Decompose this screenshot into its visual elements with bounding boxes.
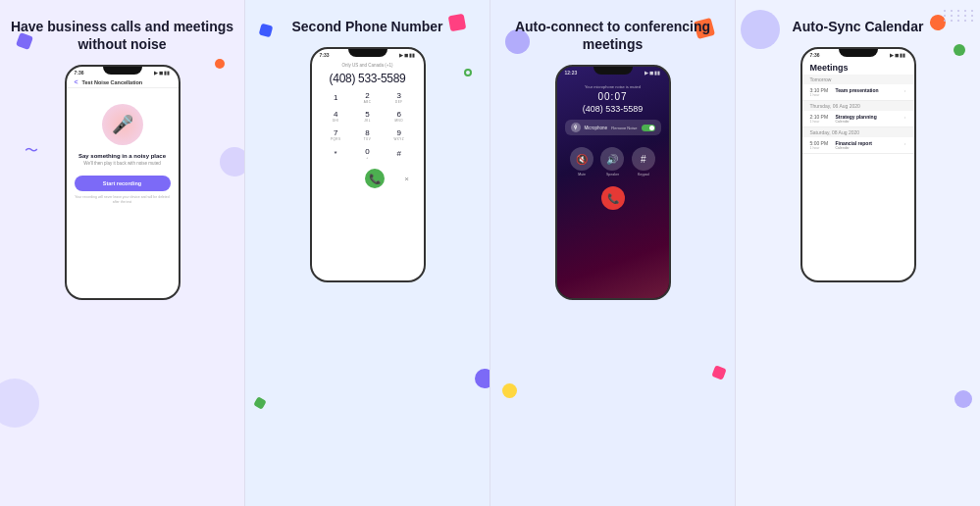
phone-4-icons: ▶ ◼ ▮▮ (890, 52, 906, 58)
phone-1-mic-area: 🎤 (67, 88, 179, 153)
phone-1-time: 7:36 (75, 70, 84, 76)
p3-mic-icon: 🎙 (571, 123, 581, 132)
meeting-info-1: Team presentation (836, 87, 901, 93)
p2-number: (408) 533-5589 (312, 70, 424, 87)
meeting-time-2: 2:10 PM 1 hour (810, 114, 832, 124)
phone-3-notch (593, 67, 633, 75)
p3-keypad-label: Keypad (638, 173, 649, 177)
dial-0[interactable]: 0+ (353, 146, 382, 162)
panel-auto-connect: Auto-connect to conferencing meetings 12… (490, 0, 736, 506)
meeting-team-presentation: 3:10 PM 1 hour Team presentation › (802, 84, 914, 101)
phone-1-header: < Test Noise Cancellation (67, 76, 179, 88)
p2-subtitle: Only US and Canada (+1) (312, 59, 424, 70)
deco-wave: 〜 (25, 142, 38, 160)
deco-circle-p4-tl (741, 10, 780, 49)
dial-actions: 📞 × (312, 165, 424, 190)
p3-speaker-btn[interactable]: 🔊 Speaker (600, 147, 624, 177)
section-saturday: Saturday, 08 Aug 2020 (802, 127, 914, 137)
panel-2-title: Second Phone Number (291, 18, 442, 35)
chevron-1: › (904, 87, 906, 93)
phone-4-time: 7:36 (810, 52, 820, 58)
dial-9[interactable]: 9WXYZ (385, 127, 413, 143)
back-icon: < (75, 78, 78, 85)
panel-auto-sync: Auto-Sync Calendar 7:36 ▶ ◼ ▮▮ Meetings … (736, 0, 980, 506)
dial-2[interactable]: 2ABC (353, 90, 382, 106)
section-tomorrow: Tomorrow (802, 75, 914, 84)
dial-8[interactable]: 8TUV (353, 127, 382, 143)
phone-3-icons: ▶ ◼ ▮▮ (645, 70, 661, 76)
deco-square-pink-p3 (711, 365, 726, 380)
p3-keypad-btn[interactable]: # Keypad (632, 147, 655, 177)
p3-muted-text: Your microphone noise is muted (557, 76, 669, 91)
meeting-financial: 5:00 PM 1 hour Financial report Calendar… (802, 137, 914, 154)
panel-noise-cancellation: 〜 Have business calls and meetings witho… (0, 0, 244, 506)
end-call-button[interactable]: 📞 (601, 186, 625, 210)
p3-end-call: 📞 (557, 180, 669, 216)
dots-pattern (944, 10, 975, 22)
p3-mic-row: 🎙 Microphone Remove Noise (565, 120, 661, 135)
phone-2-notch (348, 49, 387, 57)
p3-speaker-label: Speaker (606, 173, 619, 177)
deco-square-blue (259, 24, 274, 38)
meetings-title: Meetings (802, 59, 914, 75)
dial-4[interactable]: 4GHI (322, 109, 350, 125)
dial-6[interactable]: 6MNO (385, 109, 413, 125)
p3-timer: 00:07 (557, 91, 669, 102)
phone-2-time: 7:33 (320, 52, 330, 58)
phone-1-notch (103, 67, 142, 75)
meeting-time-3: 5:00 PM 1 hour (810, 140, 832, 150)
p3-speaker-circle: 🔊 (600, 147, 624, 171)
p3-mute-label: Mute (578, 173, 586, 177)
start-recording-button[interactable]: Start recording (75, 176, 171, 191)
phone-1-screen-title: Test Noise Cancellation (82, 79, 143, 85)
meeting-time-1: 3:10 PM 1 hour (810, 87, 832, 97)
phone-4: 7:36 ▶ ◼ ▮▮ Meetings Tomorrow 3:10 PM 1 … (800, 47, 916, 282)
p3-toggle[interactable] (642, 125, 655, 131)
dial-1[interactable]: 1 (322, 90, 350, 106)
phone-4-screen: 7:36 ▶ ◼ ▮▮ Meetings Tomorrow 3:10 PM 1 … (802, 49, 914, 280)
panel-3-title: Auto-connect to conferencing meetings (500, 18, 725, 53)
mic-circle: 🎤 (102, 104, 143, 145)
panel-1-title: Have business calls and meetings without… (10, 18, 234, 53)
phone-2-screen: 7:33 ▶ ◼ ▮▮ Only US and Canada (+1) (408… (312, 49, 424, 280)
p3-mic-label: Microphone (585, 126, 608, 130)
meeting-info-2: Strategy planning Calendar (836, 114, 901, 124)
dial-star[interactable]: * (322, 146, 350, 162)
deco-square-pink (448, 14, 467, 32)
chevron-3: › (904, 140, 906, 146)
deco-square-green-bottom (253, 396, 267, 410)
dial-3[interactable]: 3DEF (385, 90, 413, 106)
dial-7[interactable]: 7PQRS (322, 127, 350, 143)
p3-remove-noise: Remove Noise (611, 126, 637, 130)
dial-5[interactable]: 5JKL (353, 109, 382, 125)
dialpad: 1 2ABC 3DEF 4GHI 5JKL 6MNO 7PQRS 8TUV 9W… (312, 87, 424, 165)
p3-actions: 🔇 Mute 🔊 Speaker # Keypad (557, 139, 669, 180)
phone-2-icons: ▶ ◼ ▮▮ (399, 52, 416, 58)
deco-circle-light (0, 379, 39, 428)
section-thursday: Thursday, 06 Aug 2020 (802, 101, 914, 111)
deco-circle-green (464, 69, 472, 76)
meeting-strategy: 2:10 PM 1 hour Strategy planning Calenda… (802, 111, 914, 127)
mic-icon: 🎤 (112, 114, 133, 135)
say-text: Say something in a noisy place (67, 153, 179, 161)
p3-keypad-circle: # (632, 147, 655, 171)
call-button[interactable]: 📞 (365, 169, 385, 188)
panel-4-title: Auto-Sync Calendar (793, 18, 924, 35)
p3-mute-circle: 🔇 (570, 147, 593, 171)
meeting-info-3: Financial report Calendar (836, 140, 901, 150)
phone-1-icons: ▶ ◼ ▮▮ (154, 70, 171, 76)
deco-circle-p4-green (954, 44, 965, 56)
p3-mute-btn[interactable]: 🔇 Mute (570, 147, 593, 177)
phone-3: 12:23 ▶ ◼ ▮▮ Your microphone noise is mu… (555, 65, 671, 300)
deco-circle-orange (215, 59, 225, 69)
phone-2: 7:33 ▶ ◼ ▮▮ Only US and Canada (+1) (408… (310, 47, 426, 282)
dial-hash[interactable]: # (385, 146, 413, 162)
deco-circle-purple-right (475, 369, 490, 388)
phone-4-notch (839, 49, 878, 57)
phone-3-time: 12:23 (565, 70, 578, 76)
deco-circle-p4-br (954, 390, 972, 408)
cancel-button[interactable]: × (404, 175, 409, 183)
recording-footer: Your recording will never leave your dev… (67, 191, 179, 205)
say-subtext: We'll then play it back with noise muted (67, 161, 179, 175)
phone-1: 7:36 ▶ ◼ ▮▮ < Test Noise Cancellation 🎤 … (65, 65, 181, 300)
